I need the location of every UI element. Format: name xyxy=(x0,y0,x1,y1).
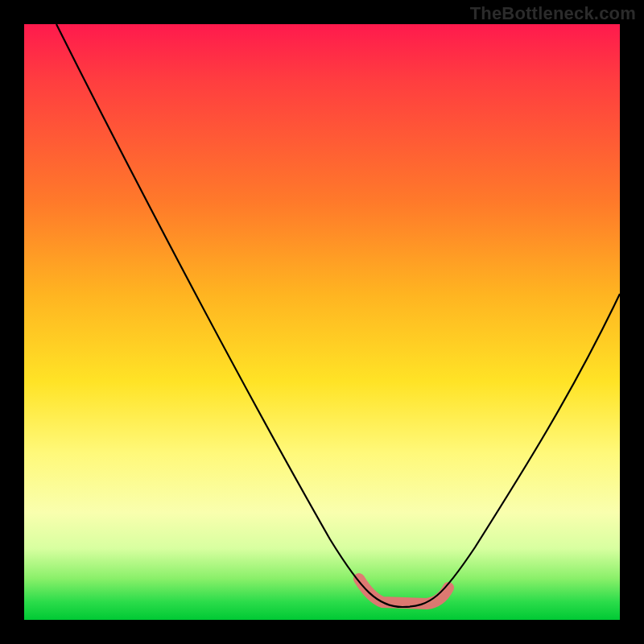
chart-frame: TheBottleneck.com xyxy=(0,0,644,644)
watermark-label: TheBottleneck.com xyxy=(470,3,636,24)
bottleneck-curve xyxy=(56,24,620,607)
plot-area xyxy=(24,24,620,620)
optimal-range-highlight xyxy=(359,579,448,604)
chart-svg xyxy=(24,24,620,620)
